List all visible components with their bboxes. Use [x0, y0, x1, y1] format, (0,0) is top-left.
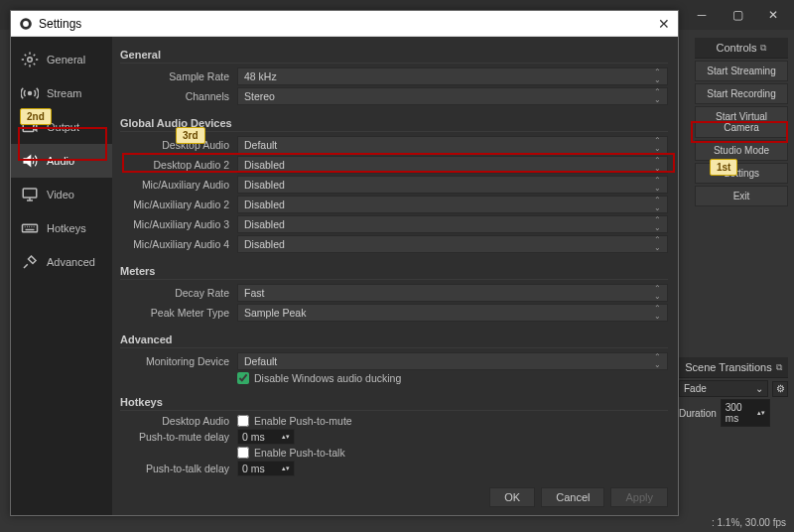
sidebar-label: Audio — [47, 155, 74, 167]
speaker-icon — [21, 152, 39, 170]
peak-meter-select[interactable]: Sample Peak⌃⌄ — [237, 304, 668, 322]
sidebar-item-stream[interactable]: Stream — [11, 76, 112, 110]
global-audio-select[interactable]: Default⌃⌄ — [237, 136, 668, 154]
global-audio-select[interactable]: Disabled⌃⌄ — [237, 176, 668, 194]
channels-select[interactable]: Stereo⌃⌄ — [237, 87, 668, 105]
global-audio-label: Mic/Auxiliary Audio 2 — [120, 199, 237, 210]
section-hotkeys-title: Hotkeys — [120, 392, 668, 411]
studio-mode-button[interactable]: Studio Mode — [695, 140, 788, 161]
svg-point-1 — [23, 21, 29, 27]
monitor-icon — [21, 186, 39, 203]
global-audio-select[interactable]: Disabled⌃⌄ — [237, 156, 668, 174]
global-audio-select[interactable]: Disabled⌃⌄ — [237, 196, 668, 213]
global-audio-row: Mic/Auxiliary Audio 2Disabled⌃⌄ — [120, 196, 668, 213]
broadcast-icon — [21, 84, 39, 102]
global-audio-value: Disabled — [244, 159, 285, 171]
annotation-label-3rd: 3rd — [176, 127, 205, 144]
dialog-titlebar: Settings ✕ — [11, 11, 678, 37]
sidebar-label: Stream — [47, 87, 81, 99]
spinner-icon: ▴▾ — [282, 433, 290, 441]
sidebar-item-general[interactable]: General — [11, 43, 112, 76]
controls-header: Controls ⧉ — [695, 38, 788, 59]
sidebar-label: Output — [47, 121, 79, 133]
ok-button[interactable]: OK — [489, 487, 535, 507]
status-bar: : 1.1%, 30.00 fps — [712, 517, 786, 528]
ptt-delay-value: 0 ms — [242, 463, 265, 474]
global-audio-row: Desktop Audio 2Disabled⌃⌄ — [120, 156, 668, 174]
decay-rate-value: Fast — [244, 287, 264, 299]
popout-icon[interactable]: ⧉ — [776, 362, 782, 373]
scene-transitions-panel: Scene Transitions ⧉ Fade ⌄ ⚙ Duration 30… — [679, 357, 788, 427]
duration-value: 300 ms — [726, 402, 757, 424]
ptm-delay-input[interactable]: 0 ms▴▾ — [237, 429, 295, 445]
spinner-icon: ⌃⌄ — [654, 305, 661, 321]
start-virtual-camera-button[interactable]: Start Virtual Camera — [695, 106, 788, 138]
global-audio-select[interactable]: Disabled⌃⌄ — [237, 215, 668, 233]
cancel-button[interactable]: Cancel — [541, 487, 604, 507]
spinner-icon: ⌃⌄ — [654, 216, 661, 232]
enable-ptm-checkbox[interactable]: Enable Push-to-mute — [237, 415, 352, 427]
global-audio-value: Disabled — [244, 238, 285, 250]
ptt-delay-input[interactable]: 0 ms▴▾ — [237, 461, 295, 476]
maximize-button[interactable]: ▢ — [721, 5, 754, 25]
global-audio-row: Mic/Auxiliary Audio 4Disabled⌃⌄ — [120, 235, 668, 253]
controls-title: Controls — [717, 42, 757, 54]
monitoring-device-select[interactable]: Default⌃⌄ — [237, 352, 668, 370]
channels-label: Channels — [120, 90, 237, 102]
global-audio-row: Mic/Auxiliary Audio 3Disabled⌃⌄ — [120, 215, 668, 233]
sidebar-label: General — [47, 54, 85, 66]
start-recording-button[interactable]: Start Recording — [695, 83, 788, 104]
sidebar-item-video[interactable]: Video — [11, 178, 112, 211]
enable-ptt-label: Enable Push-to-talk — [254, 447, 345, 459]
sidebar-item-audio[interactable]: Audio — [11, 144, 112, 178]
global-audio-value: Disabled — [244, 199, 285, 210]
global-audio-row: Mic/Auxiliary AudioDisabled⌃⌄ — [120, 176, 668, 194]
disable-ducking-checkbox[interactable]: Disable Windows audio ducking — [237, 372, 401, 384]
gear-icon: ⚙ — [776, 383, 785, 394]
transition-select[interactable]: Fade ⌄ — [679, 380, 768, 397]
duration-label: Duration — [679, 408, 717, 419]
global-audio-label: Mic/Auxiliary Audio 3 — [120, 218, 237, 230]
global-audio-label: Desktop Audio 2 — [120, 159, 237, 171]
dialog-title: Settings — [39, 17, 81, 31]
app-icon — [19, 17, 33, 31]
minimize-button[interactable]: ─ — [685, 5, 719, 25]
spinner-icon: ⌃⌄ — [654, 88, 661, 104]
sample-rate-select[interactable]: 48 kHz⌃⌄ — [237, 67, 668, 85]
spinner-icon: ⌃⌄ — [654, 236, 661, 252]
transition-settings-button[interactable]: ⚙ — [772, 381, 788, 397]
global-audio-select[interactable]: Disabled⌃⌄ — [237, 235, 668, 253]
spinner-icon: ⌃⌄ — [654, 137, 661, 153]
chevron-down-icon: ⌄ — [755, 383, 763, 394]
settings-content: General Sample Rate 48 kHz⌃⌄ Channels St… — [112, 37, 678, 515]
tools-icon — [21, 253, 39, 271]
monitoring-device-label: Monitoring Device — [120, 355, 237, 367]
spinner-icon: ▴▾ — [757, 409, 765, 417]
sidebar-label: Advanced — [47, 256, 95, 268]
transition-value: Fade — [684, 383, 707, 394]
section-general-title: General — [120, 45, 668, 64]
enable-ptt-checkbox[interactable]: Enable Push-to-talk — [237, 447, 345, 459]
exit-button[interactable]: Exit — [695, 186, 788, 206]
start-streaming-button[interactable]: Start Streaming — [695, 61, 788, 81]
scene-transitions-header: Scene Transitions ⧉ — [679, 357, 788, 378]
close-button[interactable]: ✕ — [756, 5, 790, 25]
global-audio-label: Mic/Auxiliary Audio 4 — [120, 238, 237, 250]
svg-rect-5 — [23, 189, 37, 198]
sidebar-item-advanced[interactable]: Advanced — [11, 245, 112, 279]
disable-ducking-label: Disable Windows audio ducking — [254, 372, 401, 384]
settings-dialog: Settings ✕ General Stream Output Audio — [10, 10, 679, 516]
decay-rate-select[interactable]: Fast⌃⌄ — [237, 284, 668, 302]
dialog-close-button[interactable]: ✕ — [658, 16, 670, 32]
sidebar-item-hotkeys[interactable]: Hotkeys — [11, 211, 112, 245]
spinner-icon: ⌃⌄ — [654, 285, 661, 301]
popout-icon[interactable]: ⧉ — [760, 43, 766, 54]
hotkey-desktop-audio-label: Desktop Audio — [120, 415, 237, 427]
apply-button[interactable]: Apply — [610, 487, 668, 507]
peak-meter-label: Peak Meter Type — [120, 307, 237, 319]
global-audio-label: Mic/Auxiliary Audio — [120, 179, 237, 191]
annotation-label-1st: 1st — [710, 159, 737, 176]
duration-input[interactable]: 300 ms ▴▾ — [721, 399, 770, 427]
enable-ptm-label: Enable Push-to-mute — [254, 415, 352, 427]
monitoring-device-value: Default — [244, 355, 277, 367]
